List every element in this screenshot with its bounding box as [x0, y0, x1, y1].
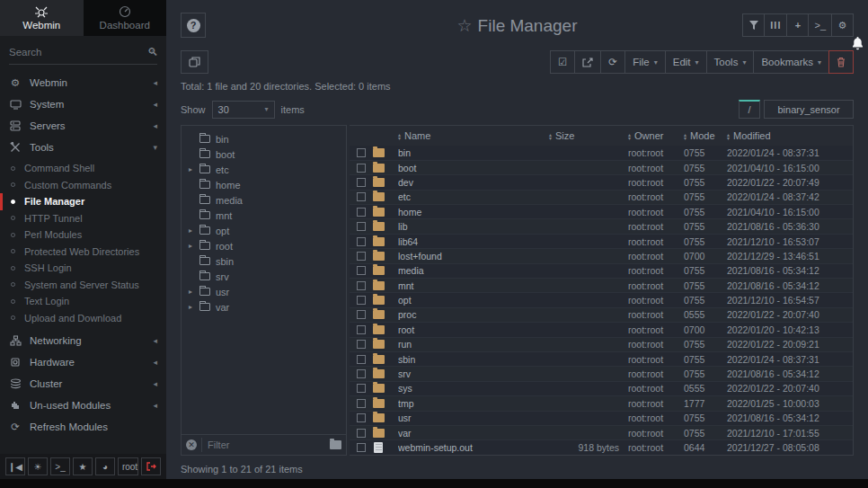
root-path-button[interactable]: / [739, 100, 760, 119]
collapse-sidebar-button[interactable]: ❙◀︎ [5, 457, 25, 475]
row-checkbox[interactable] [357, 192, 366, 201]
submenu-item[interactable]: Text Login [0, 293, 166, 310]
folder-select-icon[interactable] [330, 440, 341, 449]
table-row[interactable]: proc root:root 0555 2022/01/22 - 20:07:4… [350, 307, 853, 322]
theme-toggle-button[interactable]: ☀ [28, 457, 48, 475]
column-header-name[interactable]: ▴▾Name [398, 126, 549, 146]
page-size-select[interactable]: 30 ▾ [212, 101, 275, 119]
terminal-button[interactable]: >_ [808, 13, 832, 37]
row-checkbox[interactable] [357, 429, 366, 438]
trash-button[interactable] [828, 50, 854, 74]
sidebar-item-system[interactable]: System ◂ [0, 93, 166, 115]
tree-item[interactable]: ▸ bin [182, 131, 346, 146]
filter-button[interactable] [742, 13, 765, 37]
table-row[interactable]: lost+found root:root 0700 2021/12/29 - 1… [350, 249, 853, 263]
table-row[interactable]: usr root:root 0755 2021/08/16 - 05:34:12 [350, 411, 853, 425]
row-checkbox[interactable] [357, 369, 366, 378]
sidebar-item-networking[interactable]: Networking ◂ [0, 330, 166, 351]
tools-menu-button[interactable]: Tools▾ [706, 50, 755, 74]
expand-arrow-icon[interactable]: ▸ [187, 303, 194, 311]
column-header-owner[interactable]: ▴▾Owner [628, 126, 684, 146]
cell-name[interactable]: var [398, 425, 549, 439]
row-checkbox[interactable] [357, 310, 366, 319]
add-button[interactable]: + [786, 13, 809, 37]
sidebar-item-webmin[interactable]: ⚙ Webmin ◂ [0, 72, 166, 93]
expand-arrow-icon[interactable]: ▸ [187, 226, 194, 235]
tree-item[interactable]: ▸ srv [182, 269, 346, 284]
logout-button[interactable] [141, 457, 161, 475]
tree-item[interactable]: ▸ var [182, 299, 346, 315]
row-checkbox[interactable] [357, 325, 366, 334]
columns-button[interactable]: III [764, 13, 787, 37]
row-checkbox[interactable] [357, 266, 366, 275]
row-checkbox[interactable] [357, 164, 366, 173]
tree-item[interactable]: ▸ usr [182, 284, 346, 299]
row-checkbox[interactable] [357, 178, 366, 187]
submenu-item[interactable]: Custom Commands [0, 177, 166, 194]
row-checkbox[interactable] [357, 148, 366, 157]
column-header-mode[interactable]: ▴▾Mode [684, 126, 727, 146]
cell-name[interactable]: dev [398, 175, 549, 190]
expand-arrow-icon[interactable]: ▸ [187, 165, 194, 173]
row-checkbox[interactable] [357, 296, 366, 305]
submenu-item[interactable]: System and Server Status [0, 277, 166, 294]
select-all-button[interactable]: ☑︎ [550, 50, 575, 74]
expand-arrow-icon[interactable]: ▸ [187, 242, 194, 250]
cell-name[interactable]: etc [398, 190, 549, 204]
path-search-input[interactable] [764, 100, 854, 119]
submenu-item[interactable]: HTTP Tunnel [0, 210, 166, 227]
table-row[interactable]: bin root:root 0755 2022/01/24 - 08:37:31 [350, 146, 853, 160]
cell-name[interactable]: run [398, 337, 549, 351]
cell-name[interactable]: usr [398, 411, 549, 425]
row-checkbox[interactable] [357, 208, 366, 217]
tree-item[interactable]: ▸ boot [182, 146, 346, 162]
tree-item[interactable]: ▸ root [182, 238, 346, 253]
settings-button[interactable]: ⚙ [831, 13, 854, 37]
table-row[interactable]: etc root:root 0755 2022/01/24 - 08:37:42 [350, 190, 853, 204]
table-row[interactable]: webmin-setup.out 918 bytes root:root 064… [350, 440, 853, 455]
shell-button[interactable]: >_ [50, 457, 70, 475]
favorite-star-icon[interactable]: ☆ [457, 16, 473, 35]
usage-button[interactable]: ◕ [95, 457, 115, 475]
cell-name[interactable]: lost+found [398, 249, 549, 263]
table-row[interactable]: root root:root 0700 2022/01/20 - 10:42:1… [350, 323, 853, 337]
table-row[interactable]: boot root:root 0755 2021/04/10 - 16:15:0… [350, 160, 853, 174]
table-row[interactable]: srv root:root 0755 2021/08/16 - 05:34:12 [350, 367, 853, 381]
submenu-item[interactable]: Command Shell [0, 160, 166, 177]
help-button[interactable]: ? [181, 13, 206, 38]
row-checkbox[interactable] [357, 384, 366, 393]
row-checkbox[interactable] [357, 222, 366, 231]
sidebar-item-tools[interactable]: Tools ▾ [0, 137, 166, 158]
tree-item[interactable]: ▸ opt [182, 223, 346, 238]
cell-name[interactable]: sbin [398, 351, 549, 366]
tab-dashboard[interactable]: Dashboard [84, 0, 167, 36]
table-row[interactable]: lib root:root 0755 2021/08/16 - 05:36:30 [350, 219, 853, 234]
edit-menu-button[interactable]: Edit▾ [665, 50, 707, 74]
row-checkbox[interactable] [357, 355, 366, 364]
cell-name[interactable]: mnt [398, 279, 549, 293]
table-row[interactable]: home root:root 0755 2021/04/10 - 16:15:0… [350, 205, 853, 219]
column-header-modified[interactable]: ▴▾Modified [727, 126, 853, 146]
table-row[interactable]: media root:root 0755 2021/08/16 - 05:34:… [350, 263, 853, 278]
sidebar-item-unused-modules[interactable]: Un-used Modules ◂ [0, 395, 166, 416]
cell-name[interactable]: proc [398, 307, 549, 322]
sidebar-item-servers[interactable]: Servers ◂ [0, 115, 166, 137]
expand-arrow-icon[interactable]: ▸ [187, 288, 194, 296]
bookmarks-menu-button[interactable]: Bookmarks▾ [753, 50, 829, 74]
table-row[interactable]: run root:root 0755 2022/01/22 - 20:09:21 [350, 337, 853, 351]
row-checkbox[interactable] [357, 237, 366, 246]
tree-item[interactable]: ▸ home [182, 177, 346, 192]
paste-export-button[interactable] [574, 50, 601, 74]
row-checkbox[interactable] [357, 281, 366, 290]
submenu-item[interactable]: SSH Login [0, 260, 166, 277]
cell-name[interactable]: boot [398, 160, 549, 174]
table-row[interactable]: sys root:root 0555 2022/01/22 - 20:07:40 [350, 381, 853, 395]
submenu-item[interactable]: Protected Web Directories [0, 244, 166, 261]
tree-filter-input[interactable] [201, 438, 325, 452]
table-row[interactable]: dev root:root 0755 2022/01/22 - 20:07:49 [350, 175, 853, 190]
submenu-item[interactable]: File Manager [0, 193, 166, 210]
row-checkbox[interactable] [357, 413, 366, 422]
search-input[interactable] [9, 47, 147, 58]
table-row[interactable]: opt root:root 0755 2021/12/10 - 16:54:57 [350, 293, 853, 307]
cell-name[interactable]: sys [398, 381, 549, 395]
